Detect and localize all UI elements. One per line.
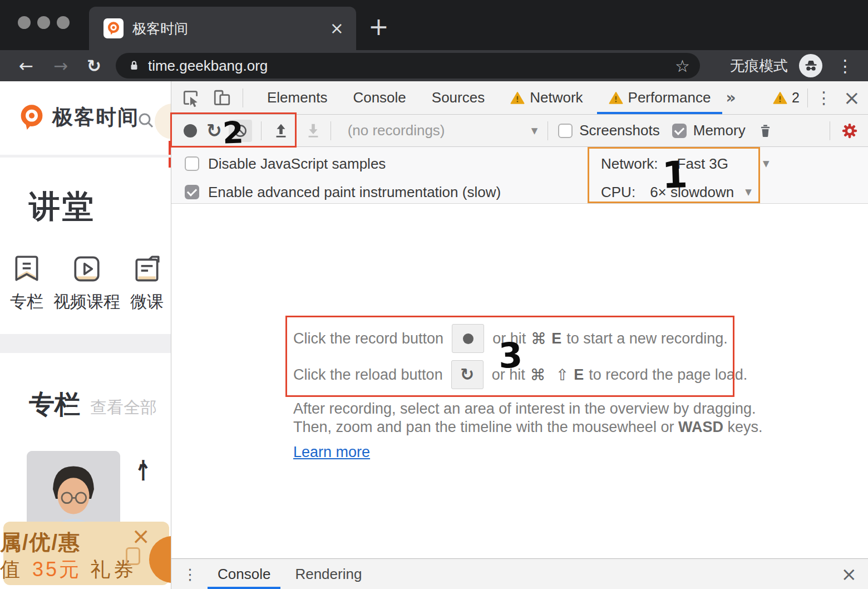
instruction-text: to record the page load. [589, 366, 747, 384]
paint-instrumentation-label: Enable advanced paint instrumentation (s… [208, 184, 501, 201]
divider [243, 89, 243, 107]
tab-elements[interactable]: Elements [254, 81, 340, 114]
save-profile-icon[interactable] [305, 122, 322, 139]
nav-item-label: 微课 [130, 291, 164, 313]
issues-count: 2 [792, 90, 800, 106]
e-key: E [551, 330, 561, 347]
tab-console[interactable]: Console [340, 81, 418, 114]
header-avatar-bubble[interactable] [155, 104, 171, 139]
drawer-tab-rendering[interactable]: Rendering [283, 559, 374, 589]
back-button[interactable]: ← [19, 57, 33, 75]
tab-label: Performance [628, 89, 711, 106]
reload-and-profile-button[interactable]: ↻ [206, 121, 222, 140]
nav-item-micro-courses[interactable]: 微课 [126, 253, 168, 313]
nav-item-video-courses[interactable]: 视频课程 [52, 253, 121, 313]
incognito-icon [799, 54, 822, 77]
browser-navbar: ← → ↻ time.geekbang.org ☆ 无痕模式 ⋮ [0, 50, 868, 81]
promo-banner[interactable]: 属/优/惠 值 35元 礼券 × [3, 522, 169, 585]
memory-checkbox[interactable] [672, 124, 687, 138]
window-maximize-button[interactable] [57, 16, 70, 29]
nav-item-label: 视频课程 [53, 291, 120, 313]
banner-subline: 值 35元 礼券 [0, 556, 137, 583]
forward-button[interactable]: → [53, 57, 68, 75]
drawer-tab-console[interactable]: Console [205, 559, 283, 589]
bookmark-star-icon[interactable]: ☆ [675, 56, 690, 76]
browser-tab[interactable]: 极客时间 × [89, 7, 356, 50]
inspect-element-icon[interactable] [181, 89, 200, 107]
screenshots-label: Screenshots [579, 122, 660, 139]
recordings-dropdown[interactable]: (no recordings) ▼ [348, 122, 538, 139]
search-icon[interactable] [137, 111, 155, 129]
new-tab-button[interactable]: + [368, 12, 389, 41]
warning-icon [773, 91, 787, 105]
tab-title: 极客时间 [132, 19, 188, 38]
e-key: E [574, 366, 584, 384]
banner-headline: 属/优/惠 [0, 528, 81, 557]
view-all-link[interactable]: 查看全部 [90, 396, 157, 419]
load-profile-icon[interactable] [273, 122, 289, 139]
caret-down-icon: ▼ [531, 126, 538, 136]
trash-icon[interactable] [758, 123, 773, 138]
record-button[interactable] [184, 124, 197, 138]
devtools-tabbar: Elements Console Sources Network [171, 81, 868, 115]
tab-label: Console [218, 566, 270, 583]
reload-button-illustration: ↻ [451, 360, 484, 389]
paint-instrumentation-checkbox[interactable] [185, 185, 199, 199]
site-favicon-icon [103, 18, 124, 38]
record-instruction-row: Click the record button or hit ⌘ E to st… [293, 324, 762, 353]
play-video-icon [71, 253, 103, 285]
device-toolbar-icon[interactable] [213, 89, 231, 107]
disable-js-row: Disable JavaScript samples [185, 153, 386, 174]
capture-settings-gear-icon[interactable] [841, 122, 858, 139]
tab-close-icon[interactable]: × [330, 20, 344, 37]
instruction-text: Click the record button [293, 330, 443, 347]
screenshots-checkbox[interactable] [558, 124, 573, 138]
devtools-close-icon[interactable]: × [844, 88, 860, 108]
geekbang-logo-icon [17, 102, 47, 132]
address-bar[interactable]: time.geekbang.org ☆ [116, 53, 700, 78]
nav-item-columns[interactable]: 专栏 [6, 253, 48, 313]
issues-badge[interactable]: 2 [773, 90, 800, 106]
disable-js-checkbox[interactable] [185, 156, 199, 171]
window-close-button[interactable] [18, 16, 31, 29]
wasd-keys: WASD [678, 419, 723, 435]
divider [261, 121, 262, 140]
memory-label: Memory [693, 122, 746, 139]
tab-label: Console [353, 89, 406, 106]
site-logo-text: 极客时间 [52, 104, 139, 131]
after-recording-help: After recording, select an area of inter… [293, 400, 762, 436]
network-label: Network: [601, 155, 658, 173]
performance-toolbar: ↻ (no rec [171, 115, 868, 147]
divider [830, 121, 830, 140]
banner-badge-circle [149, 536, 171, 583]
lock-icon [128, 60, 140, 72]
warning-icon [609, 91, 623, 105]
tab-sources[interactable]: Sources [419, 81, 497, 114]
devtools-tabbar-right: 2 ⋮ × [773, 88, 868, 108]
folder-doc-icon [131, 253, 163, 285]
instruction-text: keys. [727, 419, 762, 435]
drawer-close-icon[interactable]: × [841, 565, 857, 583]
section-title: 专栏 [29, 387, 80, 422]
more-tabs-icon[interactable]: » [726, 89, 736, 107]
annotation-number-3: 3 [498, 338, 523, 373]
devtools-drawer: ⋮ Console Rendering × [171, 558, 868, 589]
tab-label: Elements [267, 89, 327, 106]
section-separator [0, 334, 171, 353]
instruction-text: After recording, select an area of inter… [293, 400, 762, 418]
browser-menu-icon[interactable]: ⋮ [837, 56, 854, 76]
browser-reload-button[interactable]: ↻ [87, 57, 101, 75]
tab-performance[interactable]: Performance [596, 81, 724, 114]
tab-network[interactable]: Network [497, 81, 595, 114]
banner-close-icon[interactable]: × [131, 525, 150, 547]
banner-amount: 35元 [32, 558, 81, 581]
banner-prefix: 值 [0, 558, 23, 581]
drawer-menu-icon[interactable]: ⋮ [183, 566, 198, 583]
site-logo[interactable]: 极客时间 [17, 102, 139, 132]
learn-more-link[interactable]: Learn more [293, 444, 370, 461]
gift-box-icon [126, 547, 140, 565]
browser-titlebar: 极客时间 × + [0, 0, 868, 50]
devtools-menu-icon[interactable]: ⋮ [816, 90, 832, 106]
instruction-text: Click the reload button [293, 366, 443, 384]
window-minimize-button[interactable] [37, 16, 50, 29]
